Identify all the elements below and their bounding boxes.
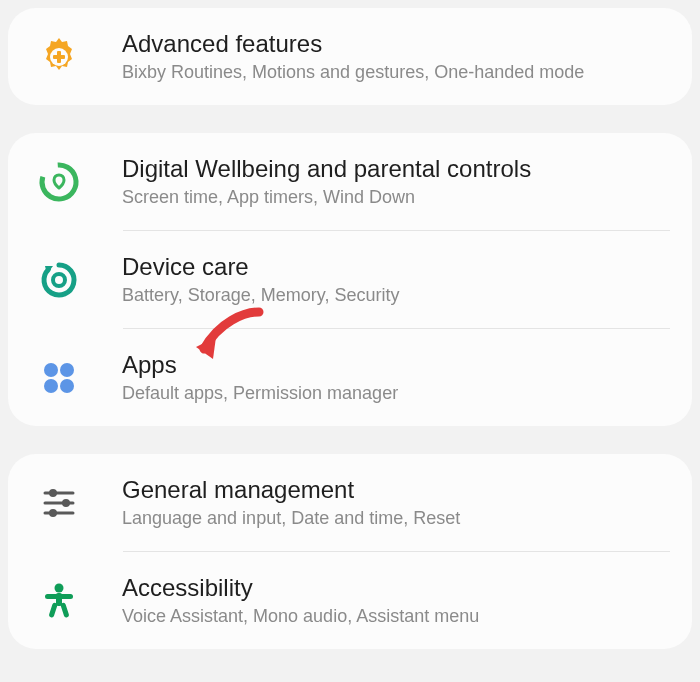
svg-point-5 [53,274,65,286]
svg-point-15 [62,499,70,507]
accessibility-icon [36,578,82,624]
row-title: Accessibility [122,574,670,602]
row-device-care[interactable]: Device care Battery, Storage, Memory, Se… [8,231,692,328]
svg-point-7 [60,363,74,377]
row-subtitle: Language and input, Date and time, Reset [122,508,670,529]
row-subtitle: Default apps, Permission manager [122,383,670,404]
svg-rect-20 [48,602,57,618]
svg-point-14 [49,489,57,497]
row-apps[interactable]: Apps Default apps, Permission manager [8,329,692,426]
svg-point-17 [55,583,64,592]
row-title: Apps [122,351,670,379]
svg-rect-2 [53,55,65,59]
svg-rect-21 [60,602,69,618]
row-title: Digital Wellbeing and parental controls [122,155,670,183]
settings-group: General management Language and input, D… [8,454,692,649]
settings-group: Digital Wellbeing and parental controls … [8,133,692,426]
row-title: Device care [122,253,670,281]
svg-point-8 [44,379,58,393]
sliders-icon [36,480,82,526]
row-subtitle: Bixby Routines, Motions and gestures, On… [122,62,670,83]
svg-point-6 [44,363,58,377]
row-subtitle: Battery, Storage, Memory, Security [122,285,670,306]
row-subtitle: Voice Assistant, Mono audio, Assistant m… [122,606,670,627]
row-title: Advanced features [122,30,670,58]
svg-point-9 [60,379,74,393]
settings-group: Advanced features Bixby Routines, Motion… [8,8,692,105]
row-digital-wellbeing[interactable]: Digital Wellbeing and parental controls … [8,133,692,230]
wellbeing-icon [36,159,82,205]
row-accessibility[interactable]: Accessibility Voice Assistant, Mono audi… [8,552,692,649]
apps-grid-icon [36,355,82,401]
device-care-icon [36,257,82,303]
gear-plus-icon [36,34,82,80]
row-title: General management [122,476,670,504]
svg-rect-19 [45,594,73,599]
row-advanced-features[interactable]: Advanced features Bixby Routines, Motion… [8,8,692,105]
svg-point-3 [38,161,80,203]
svg-point-16 [49,509,57,517]
row-subtitle: Screen time, App timers, Wind Down [122,187,670,208]
row-general-management[interactable]: General management Language and input, D… [8,454,692,551]
